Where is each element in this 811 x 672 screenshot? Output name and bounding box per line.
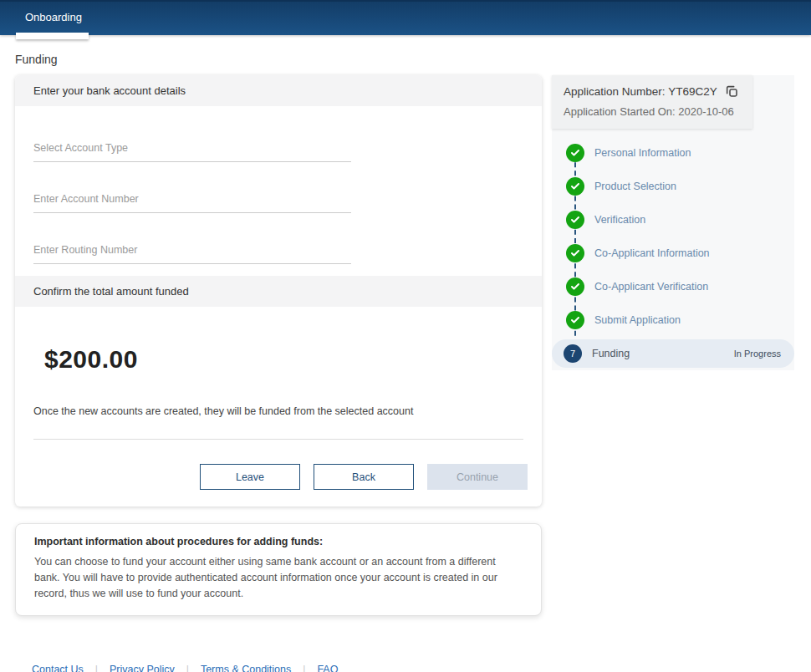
step-co-applicant-verification[interactable]: Co-Applicant Verification — [552, 270, 794, 303]
step-label: Verification — [594, 214, 645, 226]
tab-onboarding[interactable]: Onboarding — [25, 2, 82, 35]
top-navbar: Onboarding — [0, 0, 811, 35]
continue-button[interactable]: Continue — [427, 464, 528, 490]
stepper-panel: Application Number: YT69C2Y Application … — [552, 75, 794, 370]
back-button[interactable]: Back — [314, 464, 414, 490]
step-personal-information[interactable]: Personal Information — [552, 136, 794, 170]
main-column: Enter your bank account details Confirm … — [15, 75, 542, 672]
active-tab-indicator — [16, 33, 89, 39]
application-number-line: Application Number: YT69C2Y — [564, 84, 741, 98]
card-divider — [33, 439, 523, 440]
footer-link-privacy-policy[interactable]: Privacy Policy — [110, 664, 175, 672]
routing-number-field — [33, 241, 351, 264]
footer-link-terms-conditions[interactable]: Terms & Conditions — [201, 664, 291, 672]
important-info-box: Important information about procedures f… — [15, 523, 542, 616]
step-submit-application[interactable]: Submit Application — [552, 303, 794, 337]
application-started-line: Application Started On: 2020-10-06 — [564, 105, 741, 118]
confirm-amount-section-header: Confirm the total amount funded — [15, 276, 542, 307]
footer-separator: | — [186, 664, 189, 672]
routing-number-input[interactable] — [33, 241, 351, 264]
check-icon — [566, 211, 584, 229]
footer-separator: | — [95, 664, 98, 672]
account-type-input[interactable] — [33, 139, 351, 162]
progress-stepper: Personal Information Product Selection V… — [552, 129, 794, 368]
account-type-field — [33, 139, 351, 162]
footer-link-contact-us[interactable]: Contact Us — [32, 664, 84, 672]
step-label: Funding — [592, 348, 630, 359]
application-info-box: Application Number: YT69C2Y Application … — [552, 75, 752, 129]
check-icon — [566, 311, 584, 329]
step-label: Co-Applicant Verification — [594, 281, 708, 293]
funding-card: Enter your bank account details Confirm … — [15, 75, 542, 507]
copy-icon — [725, 84, 738, 98]
copy-application-number-button[interactable] — [725, 84, 738, 98]
step-verification[interactable]: Verification — [552, 203, 794, 237]
application-sidebar: Application Number: YT69C2Y Application … — [552, 75, 794, 370]
step-funding-current[interactable]: 7 Funding In Progress — [552, 339, 794, 368]
leave-button[interactable]: Leave — [200, 464, 300, 490]
footer-link-faq[interactable]: FAQ — [317, 664, 338, 672]
application-started-value: 2020-10-06 — [678, 105, 734, 118]
footer-links: Contact Us | Privacy Policy | Terms & Co… — [32, 664, 542, 672]
page-footer: Contact Us | Privacy Policy | Terms & Co… — [32, 664, 542, 672]
step-label: Co-Applicant Information — [594, 247, 710, 259]
page-title: Funding — [15, 53, 811, 66]
step-number-badge: 7 — [564, 344, 582, 363]
action-buttons: Leave Back Continue — [29, 464, 528, 490]
check-icon — [566, 277, 584, 296]
application-number-value: YT69C2Y — [668, 85, 717, 98]
step-co-applicant-information[interactable]: Co-Applicant Information — [552, 237, 794, 270]
content-area: Enter your bank account details Confirm … — [0, 75, 811, 672]
check-icon — [566, 177, 584, 196]
footer-separator: | — [303, 664, 305, 672]
account-number-input[interactable] — [33, 190, 351, 213]
check-icon — [566, 244, 584, 262]
account-number-field — [33, 190, 351, 213]
status-badge: In Progress — [734, 349, 781, 359]
bank-details-form — [15, 106, 542, 276]
funded-amount: $200.00 — [44, 345, 542, 374]
step-product-selection[interactable]: Product Selection — [552, 170, 794, 203]
check-icon — [566, 144, 584, 162]
important-info-title: Important information about procedures f… — [34, 536, 523, 547]
step-label: Personal Information — [594, 147, 691, 159]
important-info-body: You can choose to fund your account eith… — [34, 554, 518, 601]
application-started-label: Application Started On: — [564, 105, 676, 118]
step-label: Product Selection — [594, 181, 676, 192]
step-label: Submit Application — [594, 314, 681, 326]
application-number-label: Application Number: — [564, 85, 666, 98]
bank-details-section-header: Enter your bank account details — [15, 75, 542, 106]
funding-note: Once the new accounts are created, they … — [33, 405, 523, 417]
